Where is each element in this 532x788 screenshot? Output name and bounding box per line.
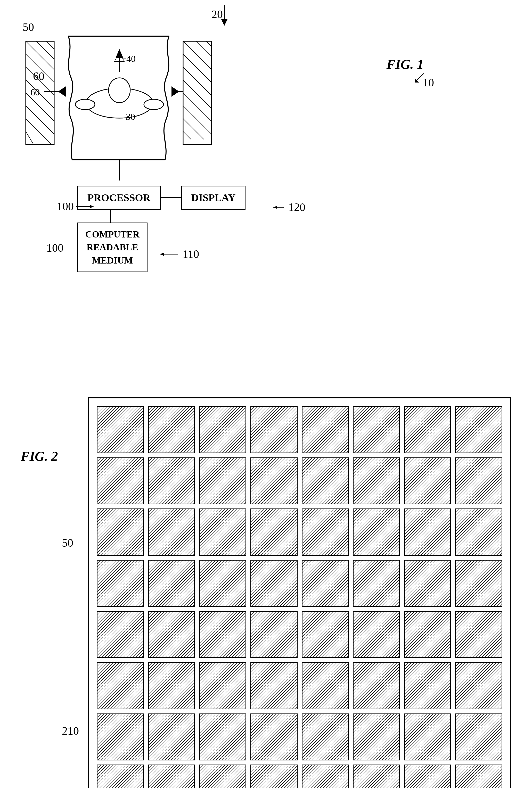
grid-cell [199,560,246,607]
grid-cell [353,406,400,453]
svg-rect-87 [302,458,348,504]
arrow-120 [273,205,286,210]
grid-cell [302,457,349,505]
grid-cell [199,406,246,453]
grid-cell [250,713,298,761]
svg-marker-49 [90,205,94,208]
grid-cell [97,457,144,505]
grid-cell [250,765,298,788]
svg-rect-173 [456,714,501,760]
grid-cell [404,457,451,505]
svg-text:40: 40 [126,54,136,64]
processor-area: PROCESSOR DISPLAY COMPUTERREADABLEMEDIUM… [77,186,245,255]
svg-rect-143 [97,663,143,709]
svg-rect-71 [302,407,348,453]
svg-rect-163 [200,714,245,760]
grid-cell [455,765,503,788]
svg-rect-187 [405,765,451,788]
grid-cell [148,457,195,505]
grid-cell [404,509,451,556]
grid-cell [250,406,298,453]
label-60: 60 [33,70,44,83]
grid-cell [404,713,451,761]
fig1-section: 20 50 FIG. 1 10 [0,0,532,381]
svg-rect-103 [302,509,348,555]
grid-cell [199,509,246,556]
svg-rect-179 [200,765,245,788]
grid-cell [302,509,349,556]
grid-cell [404,406,451,453]
svg-rect-93 [456,458,501,504]
grid-cell [97,560,144,607]
detector-grid [97,406,503,788]
svg-rect-175 [97,765,143,788]
svg-rect-123 [405,560,451,606]
fig1-title: FIG. 1 [387,57,424,72]
svg-rect-101 [251,509,297,555]
grid-cell [302,713,349,761]
grid-cell [353,560,400,607]
svg-text:60: 60 [31,87,40,97]
grid-cell [353,509,400,556]
svg-rect-127 [97,612,143,657]
detector-grid-container [88,397,511,788]
svg-rect-81 [149,458,194,504]
svg-rect-129 [149,612,194,657]
grid-cell [148,611,195,658]
svg-line-2 [416,74,424,81]
grid-cell [148,560,195,607]
svg-rect-161 [149,714,194,760]
grid-cell [250,611,298,658]
svg-rect-151 [302,663,348,709]
scanner-assembly: 60 [21,16,253,191]
svg-rect-91 [405,458,451,504]
svg-rect-181 [251,765,297,788]
grid-cell [199,765,246,788]
grid-cell [353,765,400,788]
svg-rect-69 [251,407,297,453]
svg-rect-147 [200,663,245,709]
svg-rect-169 [354,714,399,760]
grid-cell [97,765,144,788]
svg-rect-89 [354,458,399,504]
svg-rect-109 [456,509,501,555]
svg-marker-51 [160,253,164,256]
svg-rect-65 [149,407,194,453]
display-box: DISPLAY [181,186,246,210]
grid-cell [250,457,298,505]
label-110: 110 [160,248,199,261]
svg-rect-189 [456,765,501,788]
svg-rect-131 [200,612,245,657]
grid-cell [148,765,195,788]
svg-rect-111 [97,560,143,606]
grid-cell [455,406,503,453]
arrow-100 [76,204,96,209]
grid-cell [455,560,503,607]
grid-cell [199,611,246,658]
svg-rect-115 [200,560,245,606]
svg-rect-165 [251,714,297,760]
grid-cell [97,662,144,709]
grid-cell [97,611,144,658]
grid-cell [455,713,503,761]
grid-cell [97,406,144,453]
svg-rect-133 [251,612,297,657]
svg-rect-85 [251,458,297,504]
grid-cell [148,509,195,556]
svg-rect-159 [97,714,143,760]
svg-rect-107 [405,509,451,555]
svg-rect-157 [456,663,501,709]
svg-point-37 [109,78,130,103]
grid-cell [199,713,246,761]
svg-marker-53 [273,206,277,209]
svg-rect-79 [97,458,143,504]
grid-cell [302,406,349,453]
svg-rect-119 [302,560,348,606]
svg-rect-73 [354,407,399,453]
grid-cell [148,713,195,761]
grid-cell [353,713,400,761]
grid-cell [353,457,400,505]
grid-cell [199,662,246,709]
grid-cell [404,765,451,788]
grid-cell [97,509,144,556]
